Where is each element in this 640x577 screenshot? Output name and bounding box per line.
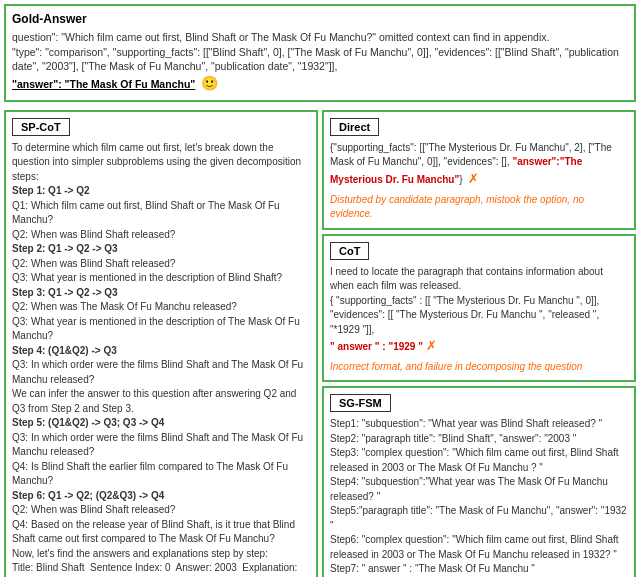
sp-cot-content: To determine which film came out first, … bbox=[12, 141, 310, 577]
sp-cot-q4a: Q4: Is Blind Shaft the earlier film comp… bbox=[12, 460, 310, 489]
sp-cot-step6: Step 6: Q1 -> Q2; (Q2&Q3) -> Q4 bbox=[12, 489, 310, 504]
gold-answer-line2: "type": "comparison", "supporting_facts"… bbox=[12, 46, 619, 58]
gold-answer-line3: date", "2003"], ["The Mask of Fu Manchu"… bbox=[12, 60, 337, 72]
sg-fsm-step1: Step1: "subquestion": "What year was Bli… bbox=[330, 417, 628, 432]
gold-answer-section: Gold-Answer question": "Which film came … bbox=[4, 4, 636, 102]
sp-cot-q3c: Q3: In which order were the films Blind … bbox=[12, 358, 310, 387]
sp-cot-title-blind: Title: Blind Shaft Sentence Index: 0 Ans… bbox=[12, 561, 310, 576]
sp-cot-q4b: Q4: Based on the release year of Blind S… bbox=[12, 518, 310, 547]
sg-fsm-content: Step1: "subquestion": "What year was Bli… bbox=[330, 417, 628, 577]
right-panels: Direct {"supporting_facts": [["The Myste… bbox=[320, 106, 640, 577]
cot-title: CoT bbox=[330, 242, 369, 260]
sp-cot-q3d: Q3: In which order were the films Blind … bbox=[12, 431, 310, 460]
gold-answer-content: question": "Which film came out first, B… bbox=[12, 30, 628, 94]
sp-cot-step3: Step 3: Q1 -> Q2 -> Q3 bbox=[12, 286, 310, 301]
cot-content: I need to locate the paragraph that cont… bbox=[330, 265, 628, 375]
sg-fsm-section: SG-FSM Step1: "subquestion": "What year … bbox=[322, 386, 636, 577]
cot-text2: { "supporting_facts" : [[ "The Mysteriou… bbox=[330, 294, 628, 338]
sg-fsm-step6: Step6: "complex question": "Which film c… bbox=[330, 533, 628, 562]
sp-cot-step1: Step 1: Q1 -> Q2 bbox=[12, 184, 310, 199]
sp-cot-step5: Step 5: (Q1&Q2) -> Q3; Q3 -> Q4 bbox=[12, 416, 310, 431]
sp-cot-q3a: Q3: What year is mentioned in the descri… bbox=[12, 271, 310, 286]
gold-answer-line1: question": "Which film came out first, B… bbox=[12, 31, 549, 43]
sp-cot-intro: To determine which film came out first, … bbox=[12, 141, 310, 185]
gold-answer-title: Gold-Answer bbox=[12, 12, 628, 26]
direct-cross: ✗ bbox=[468, 171, 479, 186]
sp-cot-section: SP-CoT To determine which film came out … bbox=[4, 110, 318, 577]
sg-fsm-step4: Step4: "subquestion":"What year was The … bbox=[330, 475, 628, 504]
cot-error: Incorrect format, and failure in decompo… bbox=[330, 360, 628, 375]
sp-cot-q2b: Q2: When was Blind Shaft released? bbox=[12, 257, 310, 272]
gold-answer-answer: "answer": "The Mask Of Fu Manchu" bbox=[12, 78, 195, 90]
sp-cot-q3b: Q3: What year is mentioned in the descri… bbox=[12, 315, 310, 344]
sp-cot-title: SP-CoT bbox=[12, 118, 70, 136]
direct-error: Disturbed by candidate paragraph, mistoo… bbox=[330, 193, 628, 222]
cot-cross: ✗ bbox=[426, 338, 437, 353]
gold-answer-smiley: 🙂 bbox=[201, 75, 218, 91]
sp-cot-step2: Step 2: Q1 -> Q2 -> Q3 bbox=[12, 242, 310, 257]
sg-fsm-step3: Step3: "complex question": "Which film c… bbox=[330, 446, 628, 475]
sg-fsm-step2: Step2: "paragraph title": "Blind Shaft",… bbox=[330, 432, 628, 447]
direct-title: Direct bbox=[330, 118, 379, 136]
direct-section: Direct {"supporting_facts": [["The Myste… bbox=[322, 110, 636, 230]
sp-cot-infer: We can infer the answer to this question… bbox=[12, 387, 310, 416]
sp-cot-q2c: Q2: When was The Mask Of Fu Manchu relea… bbox=[12, 300, 310, 315]
sp-cot-q2d: Q2: When was Blind Shaft released? bbox=[12, 503, 310, 518]
direct-content: {"supporting_facts": [["The Mysterious D… bbox=[330, 141, 628, 222]
sp-cot-now: Now, let's find the answers and explanat… bbox=[12, 547, 310, 562]
cot-answer: " answer " : "1929 " ✗ bbox=[330, 337, 628, 356]
sp-cot-q2a: Q2: When was Blind Shaft released? bbox=[12, 228, 310, 243]
direct-close-brace: } bbox=[459, 174, 462, 185]
sg-fsm-step5: Step5:"paragraph title": "The Mask of Fu… bbox=[330, 504, 628, 533]
sg-fsm-title: SG-FSM bbox=[330, 394, 391, 412]
cot-text1: I need to locate the paragraph that cont… bbox=[330, 265, 628, 294]
sp-cot-q1: Q1: Which film came out first, Blind Sha… bbox=[12, 199, 310, 228]
cot-section: CoT I need to locate the paragraph that … bbox=[322, 234, 636, 383]
sg-fsm-step7: Step7: " answer " : "The Mask Of Fu Manc… bbox=[330, 562, 628, 577]
sp-cot-step4: Step 4: (Q1&Q2) -> Q3 bbox=[12, 344, 310, 359]
